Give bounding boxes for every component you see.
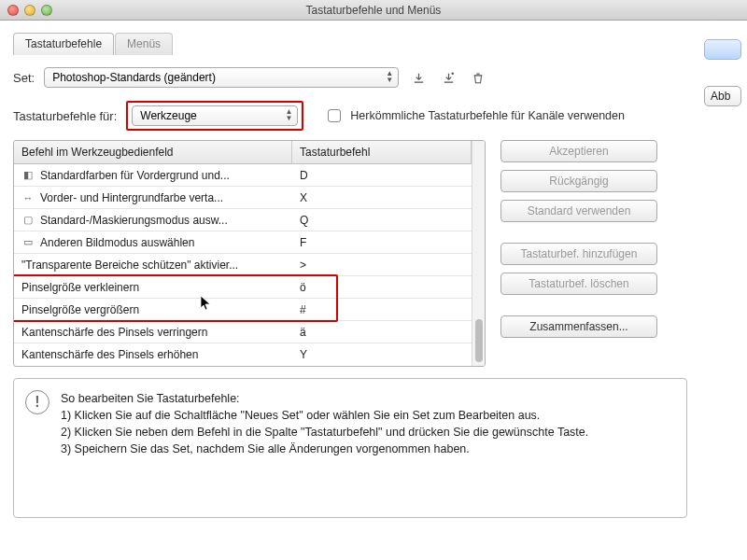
info-icon: !	[25, 390, 49, 414]
save-set-as-icon[interactable]	[438, 68, 458, 87]
table-row[interactable]: ▭Anderen Bildmodus auswählenF	[14, 231, 472, 254]
tab-bar: Tastaturbefehle Menüs	[13, 32, 687, 54]
legacy-channel-shortcuts-checkbox[interactable]	[328, 109, 341, 122]
help-panel: ! So bearbeiten Sie Tastaturbefehle: 1) …	[13, 378, 687, 518]
help-step-2: 2) Klicken Sie neben dem Befehl in die S…	[61, 424, 588, 441]
table-row[interactable]: ↔Vorder- und Hintergrundfarbe verta...X	[14, 187, 472, 209]
help-title: So bearbeiten Sie Tastaturbefehle:	[61, 390, 588, 407]
summarize-button[interactable]: Zusammenfassen...	[500, 315, 657, 338]
tab-menus[interactable]: Menüs	[115, 33, 173, 55]
set-select[interactable]: Photoshop-Standards (geändert)	[44, 67, 399, 88]
add-shortcut-button[interactable]: Tastaturbef. hinzufügen	[500, 243, 657, 265]
scrollbar-thumb[interactable]	[475, 319, 483, 362]
table-header-command[interactable]: Befehl im Werkzeugbedienfeld	[14, 141, 292, 163]
zoom-window-button[interactable]	[41, 5, 52, 16]
traffic-lights	[7, 5, 52, 16]
use-default-button[interactable]: Standard verwenden	[500, 200, 657, 222]
swatch-icon: ◧	[21, 169, 35, 182]
table-row[interactable]: Kantenschärfe des Pinsels erhöhenY	[14, 343, 472, 366]
table-row[interactable]: Pinselgröße vergrößern#	[14, 299, 472, 321]
svg-point-0	[451, 72, 453, 74]
window-title: Tastaturbefehle und Menüs	[0, 4, 747, 17]
ok-button[interactable]	[704, 39, 741, 60]
table-row[interactable]: Pinselgröße verkleinernö	[14, 276, 472, 299]
shortcuts-for-label: Tastaturbefehle für:	[13, 109, 117, 123]
cancel-button[interactable]: Abb	[704, 86, 741, 106]
delete-shortcut-button[interactable]: Tastaturbef. löschen	[500, 273, 657, 295]
help-step-1: 1) Klicken Sie auf die Schaltfläche "Neu…	[61, 407, 588, 424]
help-step-3: 3) Speichern Sie das Set, nachdem Sie al…	[61, 441, 588, 457]
table-row[interactable]: ▢Standard-/Maskierungsmodus ausw...Q	[14, 209, 472, 231]
delete-set-icon[interactable]	[468, 68, 488, 87]
table-row[interactable]: ◧Standardfarben für Vordergrund und...D	[14, 164, 472, 187]
mask-icon: ▢	[21, 214, 35, 227]
table-row[interactable]: "Transparente Bereiche schützen" aktivie…	[14, 254, 472, 276]
table-scrollbar[interactable]	[472, 141, 485, 366]
save-set-icon[interactable]	[408, 68, 429, 87]
close-window-button[interactable]	[7, 5, 19, 16]
set-label: Set:	[13, 71, 35, 85]
swap-icon: ↔	[21, 191, 35, 204]
legacy-channel-shortcuts-label: Herkömmliche Tastaturbefehle für Kanäle …	[350, 109, 625, 122]
shortcuts-for-select[interactable]: Werkzeuge	[132, 105, 298, 126]
window-titlebar: Tastaturbefehle und Menüs	[0, 0, 747, 21]
accept-button[interactable]: Akzeptieren	[500, 140, 657, 162]
minimize-window-button[interactable]	[24, 5, 35, 16]
table-header-shortcut[interactable]: Tastaturbefehl	[292, 141, 472, 163]
screen-mode-icon: ▭	[21, 236, 35, 249]
table-row[interactable]: Kantenschärfe des Pinsels verringernä	[14, 321, 472, 343]
tab-keyboard-shortcuts[interactable]: Tastaturbefehle	[13, 33, 114, 55]
undo-button[interactable]: Rückgängig	[500, 170, 657, 192]
